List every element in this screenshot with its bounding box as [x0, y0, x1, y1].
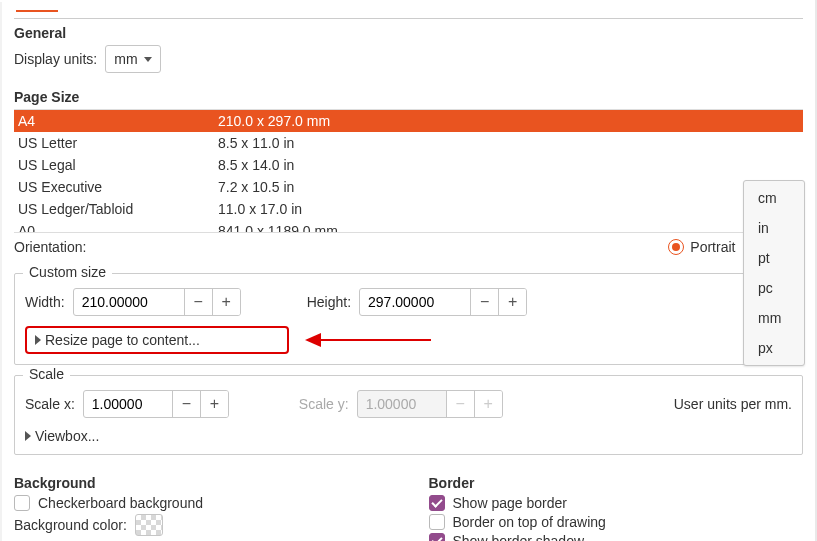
- scale-y-input: [358, 392, 446, 416]
- general-title: General: [14, 25, 803, 41]
- units-option-pc[interactable]: pc: [744, 273, 804, 303]
- page-size-row-us-executive[interactable]: US Executive 7.2 x 10.5 in: [14, 176, 803, 198]
- height-spinner[interactable]: − +: [359, 288, 527, 316]
- scale-y-spinner: − +: [357, 390, 503, 418]
- checkbox-unchecked-icon: [429, 514, 445, 530]
- units-option-in[interactable]: in: [744, 213, 804, 243]
- width-decrement-button[interactable]: −: [184, 288, 212, 316]
- page-size-list[interactable]: A4 210.0 x 297.0 mm US Letter 8.5 x 11.0…: [14, 109, 803, 233]
- orientation-label: Orientation:: [14, 239, 668, 255]
- background-color-label: Background color:: [14, 517, 127, 533]
- height-input[interactable]: [360, 290, 470, 314]
- display-units-label: Display units:: [14, 51, 97, 67]
- height-label: Height:: [307, 294, 351, 310]
- border-on-top-checkbox-row[interactable]: Border on top of drawing: [429, 514, 804, 530]
- scale-x-spinner[interactable]: − +: [83, 390, 229, 418]
- separator: [14, 18, 803, 19]
- checkerboard-checkbox-row[interactable]: Checkerboard background: [14, 495, 389, 511]
- background-color-swatch[interactable]: [135, 514, 163, 536]
- page-size-row-us-legal[interactable]: US Legal 8.5 x 14.0 in: [14, 154, 803, 176]
- page-size-title: Page Size: [14, 89, 803, 105]
- width-increment-button[interactable]: +: [212, 288, 240, 316]
- viewbox-expander[interactable]: Viewbox...: [25, 428, 792, 444]
- active-tab-underline: [16, 10, 58, 12]
- units-dropdown-menu[interactable]: cm in pt pc mm px: [743, 180, 805, 366]
- resize-page-to-content-button[interactable]: Resize page to content...: [25, 326, 289, 354]
- user-units-label: User units per mm.: [674, 396, 792, 412]
- units-option-px[interactable]: px: [744, 333, 804, 363]
- show-border-shadow-checkbox-row[interactable]: Show border shadow: [429, 533, 804, 541]
- scale-x-increment-button[interactable]: +: [200, 390, 228, 418]
- border-title: Border: [429, 475, 804, 491]
- checkbox-checked-icon: [429, 495, 445, 511]
- scale-x-input[interactable]: [84, 392, 172, 416]
- checkbox-checked-icon: [429, 533, 445, 541]
- chevron-down-icon: [144, 57, 152, 62]
- width-label: Width:: [25, 294, 65, 310]
- scale-fieldset: Scale Scale x: − + Scale y: − + User u: [14, 375, 803, 455]
- page-size-row-a0[interactable]: A0 841.0 x 1189.0 mm: [14, 220, 803, 232]
- checkbox-unchecked-icon: [14, 495, 30, 511]
- triangle-right-icon: [25, 431, 31, 441]
- display-units-value: mm: [114, 51, 138, 67]
- height-increment-button[interactable]: +: [498, 288, 526, 316]
- scale-y-decrement-button: −: [446, 390, 474, 418]
- display-units-select[interactable]: mm: [105, 45, 161, 73]
- height-decrement-button[interactable]: −: [470, 288, 498, 316]
- arrow-line: [321, 339, 431, 341]
- scale-x-label: Scale x:: [25, 396, 75, 412]
- annotation-arrow: [305, 333, 431, 347]
- show-page-border-checkbox-row[interactable]: Show page border: [429, 495, 804, 511]
- background-title: Background: [14, 475, 389, 491]
- scale-y-label: Scale y:: [299, 396, 349, 412]
- page-size-row-a4[interactable]: A4 210.0 x 297.0 mm: [14, 110, 803, 132]
- scale-x-decrement-button[interactable]: −: [172, 390, 200, 418]
- custom-size-legend: Custom size: [23, 264, 112, 280]
- width-input[interactable]: [74, 290, 184, 314]
- scale-legend: Scale: [23, 366, 70, 382]
- triangle-right-icon: [35, 335, 41, 345]
- units-option-pt[interactable]: pt: [744, 243, 804, 273]
- width-spinner[interactable]: − +: [73, 288, 241, 316]
- units-option-cm[interactable]: cm: [744, 183, 804, 213]
- radio-checked-icon: [668, 239, 684, 255]
- scale-y-increment-button: +: [474, 390, 502, 418]
- orientation-portrait[interactable]: Portrait: [668, 239, 735, 255]
- page-size-row-us-letter[interactable]: US Letter 8.5 x 11.0 in: [14, 132, 803, 154]
- units-option-mm[interactable]: mm: [744, 303, 804, 333]
- custom-size-fieldset: Custom size Width: − + Height: − + Uni: [14, 273, 803, 365]
- arrow-head-icon: [305, 333, 321, 347]
- page-size-row-us-ledger[interactable]: US Ledger/Tabloid 11.0 x 17.0 in: [14, 198, 803, 220]
